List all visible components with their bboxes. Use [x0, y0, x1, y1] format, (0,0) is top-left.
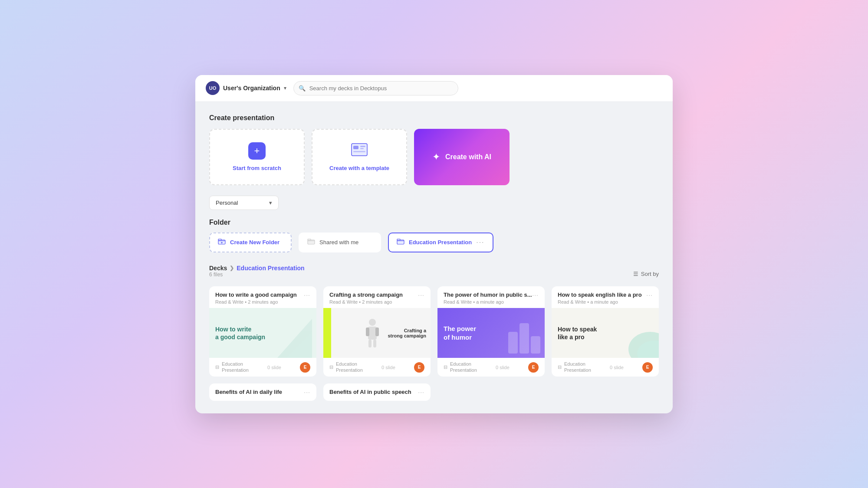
deck-1-meta: Read & Write • 2 minutes ago: [215, 299, 297, 305]
deck-4-title: How to speak english like a pro: [558, 291, 642, 299]
deck-2-meta: Read & Write • 2 minutes ago: [329, 299, 403, 305]
thumb-2-text: Crafting astrong campaign: [388, 328, 426, 338]
plus-icon: +: [248, 142, 266, 160]
deck-card-1[interactable]: How to write a good campaign Read & Writ…: [209, 286, 316, 377]
sort-label: Sort by: [641, 271, 659, 277]
svg-rect-19: [368, 340, 372, 347]
deck-1-thumbnail: How to writea good campaign: [209, 308, 316, 358]
sort-button[interactable]: ☰ Sort by: [633, 271, 659, 277]
deck-2-thumbnail: Crafting astrong campaign: [323, 308, 431, 358]
deck-3-folder: EducationPresentation: [450, 361, 477, 373]
deck-4-slides: 0 slide: [610, 365, 624, 370]
deck-4-thumb-text: How to speaklike a pro: [558, 325, 597, 341]
org-selector[interactable]: UO User's Organization ▾: [206, 81, 286, 95]
template-icon: [351, 143, 368, 160]
bottom-decks: Benefits of AI in daily life ··· Benefit…: [209, 383, 659, 401]
deck-card-2-header: Crafting a strong campaign Read & Write …: [323, 286, 431, 308]
chevron-down-icon: ▾: [284, 85, 286, 91]
deck-3-more-icon[interactable]: ···: [532, 291, 539, 298]
create-with-ai-card[interactable]: ✦ Create with AI: [414, 129, 510, 185]
deck-1-avatar: E: [300, 362, 310, 373]
svg-rect-10: [308, 239, 311, 240]
ai-label: Create with AI: [445, 153, 491, 161]
deck-2-footer: ⊟ EducationPresentation 0 slide E: [323, 358, 431, 376]
breadcrumb-main: Decks: [209, 265, 227, 272]
deck-4-thumbnail: How to speaklike a pro: [552, 308, 659, 358]
svg-rect-6: [218, 239, 221, 240]
spacer2: [552, 383, 659, 401]
deck-3-title: The power of humor in public s...: [444, 291, 532, 299]
create-cards: + Start from scratch Create with a templ…: [209, 129, 659, 185]
deck-card-1-header: How to write a good campaign Read & Writ…: [209, 286, 316, 308]
deck-5-more-icon[interactable]: ···: [304, 389, 310, 396]
deck-1-footer: ⊟ EducationPresentation 0 slide E: [209, 358, 316, 376]
deck-3-thumbnail: The powerof humor: [437, 308, 545, 358]
folder-section-title: Folder: [209, 219, 659, 226]
folder-menu-icon[interactable]: ···: [476, 239, 484, 246]
shared-label: Shared with me: [319, 239, 358, 246]
deck-2-folder-icon: ⊟: [329, 364, 333, 370]
deck-card-6[interactable]: Benefits of AI in public speech ···: [323, 383, 431, 401]
deck-1-more-icon[interactable]: ···: [304, 291, 310, 298]
deck-folder-icon: ⊟: [215, 364, 219, 370]
search-bar: 🔍: [293, 81, 458, 95]
spacer: [437, 383, 545, 401]
create-folder-label: Create New Folder: [230, 239, 279, 246]
deck-1-folder-info: ⊟ EducationPresentation: [215, 361, 249, 373]
deck-4-folder-icon: ⊟: [558, 364, 562, 370]
deck-3-footer: ⊟ EducationPresentation 0 slide E: [437, 358, 545, 376]
thumb-1-shape: [277, 319, 312, 358]
folder-cards: Create New Folder Shared with me: [209, 233, 659, 252]
deck-2-more-icon[interactable]: ···: [418, 291, 424, 298]
deck-card-4[interactable]: How to speak english like a pro Read & W…: [552, 286, 659, 377]
deck-4-meta: Read & Write • a minute ago: [558, 299, 642, 305]
svg-rect-1: [353, 146, 358, 149]
education-presentation-folder[interactable]: Education Presentation ···: [388, 233, 493, 252]
create-with-template-card[interactable]: Create with a template: [312, 129, 407, 185]
deck-card-5[interactable]: Benefits of AI in daily life ···: [209, 383, 316, 401]
folder-plus-icon: [218, 239, 226, 246]
deck-3-avatar: E: [528, 362, 539, 373]
deck-4-avatar: E: [642, 362, 653, 373]
create-new-folder-card[interactable]: Create New Folder: [209, 233, 292, 252]
deck-6-title: Benefits of AI in public speech: [329, 389, 411, 395]
deck-6-more-icon[interactable]: ···: [418, 389, 424, 396]
deck-grid: How to write a good campaign Read & Writ…: [209, 286, 659, 377]
thumb-2-figure: [362, 318, 383, 348]
shared-with-me-card[interactable]: Shared with me: [299, 233, 381, 252]
education-folder-icon: [397, 239, 404, 246]
search-input[interactable]: [293, 81, 458, 95]
sparkle-icon: ✦: [432, 151, 440, 163]
file-count: 6 files: [209, 272, 305, 278]
thumb-2-content: Crafting astrong campaign: [362, 318, 426, 348]
thumb-3-shapes: [508, 323, 540, 354]
deck-1-slides: 0 slide: [267, 365, 281, 370]
svg-point-15: [369, 319, 376, 326]
svg-rect-4: [353, 151, 365, 152]
decks-breadcrumb: Decks ❯ Education Presentation: [209, 265, 305, 272]
deck-2-folder-info: ⊟ EducationPresentation: [329, 361, 363, 373]
deck-1-thumb-text: How to writea good campaign: [215, 325, 265, 341]
deck-card-3[interactable]: The power of humor in public s... Read &…: [437, 286, 545, 377]
deck-4-more-icon[interactable]: ···: [646, 291, 653, 298]
deck-card-2[interactable]: Crafting a strong campaign Read & Write …: [323, 286, 431, 377]
scratch-label: Start from scratch: [233, 165, 281, 171]
deck-1-title: How to write a good campaign: [215, 291, 297, 299]
org-avatar: UO: [206, 81, 220, 95]
deck-3-meta: Read & Write • a minute ago: [444, 299, 532, 305]
breadcrumb-arrow-icon: ❯: [230, 265, 234, 271]
deck-2-folder: EducationPresentation: [336, 361, 363, 373]
deck-1-folder: EducationPresentation: [222, 361, 249, 373]
create-section-title: Create presentation: [209, 114, 659, 122]
svg-rect-3: [360, 148, 364, 149]
deck-4-folder: EducationPresentation: [564, 361, 591, 373]
deck-2-avatar: E: [414, 362, 424, 373]
breadcrumb-sub: Education Presentation: [237, 265, 304, 272]
svg-rect-17: [366, 328, 369, 336]
deck-3-slides: 0 slide: [496, 365, 510, 370]
breadcrumb: Decks ❯ Education Presentation 6 files: [209, 265, 305, 284]
top-bar: UO User's Organization ▾ 🔍: [195, 75, 673, 102]
personal-dropdown[interactable]: Personal ▾: [209, 196, 279, 210]
main-content: Create presentation + Start from scratch: [195, 102, 673, 413]
start-from-scratch-card[interactable]: + Start from scratch: [209, 129, 305, 185]
